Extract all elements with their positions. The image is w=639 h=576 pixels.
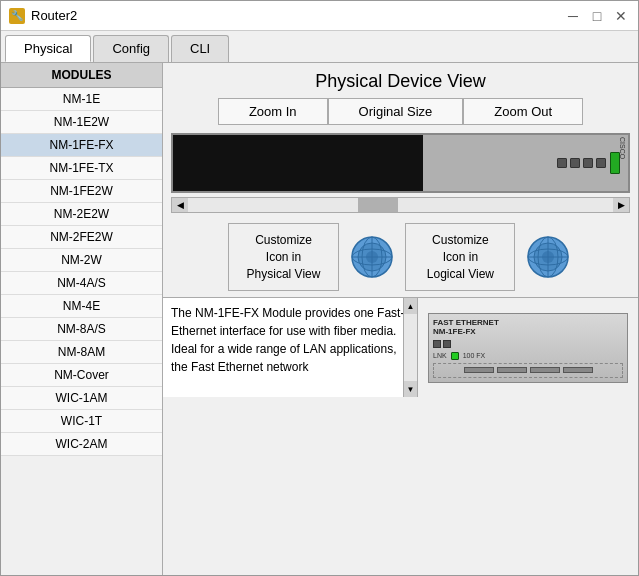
device-port bbox=[583, 158, 593, 168]
list-item[interactable]: NM-1E2W bbox=[1, 111, 162, 134]
list-item[interactable]: WIC-2AM bbox=[1, 433, 162, 456]
module-label: FAST ETHERNETNM-1FE-FX bbox=[433, 318, 623, 336]
list-item[interactable]: NM-4A/S bbox=[1, 272, 162, 295]
list-item[interactable]: NM-1FE-TX bbox=[1, 157, 162, 180]
tab-config[interactable]: Config bbox=[93, 35, 169, 62]
list-item[interactable]: WIC-1AM bbox=[1, 387, 162, 410]
desc-scroll-down[interactable]: ▼ bbox=[404, 381, 417, 397]
module-list[interactable]: NM-1E NM-1E2W NM-1FE-FX NM-1FE-TX NM-1FE… bbox=[1, 88, 162, 575]
title-bar-left: 🔧 Router2 bbox=[9, 8, 77, 24]
bottom-section: The NM-1FE-FX Module provides one Fast-E… bbox=[163, 297, 638, 397]
list-item[interactable]: NM-1FE-FX bbox=[1, 134, 162, 157]
sidebar-header: MODULES bbox=[1, 63, 162, 88]
scroll-thumb[interactable] bbox=[358, 198, 398, 212]
device-view-title: Physical Device View bbox=[163, 63, 638, 98]
scroll-left-button[interactable]: ◀ bbox=[172, 198, 188, 212]
module-preview: FAST ETHERNETNM-1FE-FX LNK 100 FX bbox=[418, 298, 638, 397]
module-image-inner: FAST ETHERNETNM-1FE-FX LNK 100 FX bbox=[429, 314, 627, 382]
list-item[interactable]: NM-8A/S bbox=[1, 318, 162, 341]
zoom-in-button[interactable]: Zoom In bbox=[218, 98, 328, 125]
port-group bbox=[557, 158, 606, 168]
customize-logical-button[interactable]: CustomizeIcon inLogical View bbox=[405, 223, 515, 291]
scroll-track[interactable] bbox=[188, 198, 613, 212]
window-title: Router2 bbox=[31, 8, 77, 23]
zoom-buttons: Zoom In Original Size Zoom Out bbox=[163, 98, 638, 125]
horizontal-scrollbar[interactable]: ◀ ▶ bbox=[171, 197, 630, 213]
description-text: The NM-1FE-FX Module provides one Fast-E… bbox=[171, 306, 404, 374]
list-item[interactable]: NM-4E bbox=[1, 295, 162, 318]
list-item[interactable]: NM-2W bbox=[1, 249, 162, 272]
action-buttons: CustomizeIcon inPhysical View CustomizeI… bbox=[163, 217, 638, 297]
list-item[interactable]: NM-Cover bbox=[1, 364, 162, 387]
description-scrollbar[interactable]: ▲ ▼ bbox=[403, 298, 417, 397]
module-image: FAST ETHERNETNM-1FE-FX LNK 100 FX bbox=[428, 313, 628, 383]
original-size-button[interactable]: Original Size bbox=[328, 98, 464, 125]
desc-scroll-track bbox=[404, 314, 417, 381]
list-item[interactable]: NM-2E2W bbox=[1, 203, 162, 226]
tab-cli[interactable]: CLI bbox=[171, 35, 229, 62]
device-black-section bbox=[173, 135, 423, 191]
list-item[interactable]: WIC-1T bbox=[1, 410, 162, 433]
scroll-right-button[interactable]: ▶ bbox=[613, 198, 629, 212]
desc-scroll-up[interactable]: ▲ bbox=[404, 298, 417, 314]
window-controls: ─ □ ✕ bbox=[564, 7, 630, 25]
tab-bar: Physical Config CLI bbox=[1, 31, 638, 63]
close-button[interactable]: ✕ bbox=[612, 7, 630, 25]
right-panel: Physical Device View Zoom In Original Si… bbox=[163, 63, 638, 575]
router-icon-logical bbox=[523, 232, 573, 282]
list-item[interactable]: NM-8AM bbox=[1, 341, 162, 364]
device-series-label: CISCO bbox=[619, 137, 626, 159]
main-content: MODULES NM-1E NM-1E2W NM-1FE-FX NM-1FE-T… bbox=[1, 63, 638, 575]
device-port bbox=[570, 158, 580, 168]
customize-physical-button[interactable]: CustomizeIcon inPhysical View bbox=[228, 223, 340, 291]
device-display: CISCO bbox=[171, 133, 630, 193]
module-ports-row bbox=[433, 340, 623, 348]
device-gray-section: CISCO bbox=[423, 135, 628, 191]
maximize-button[interactable]: □ bbox=[588, 7, 606, 25]
device-port bbox=[596, 158, 606, 168]
list-item[interactable]: NM-2FE2W bbox=[1, 226, 162, 249]
module-dashed-area bbox=[433, 363, 623, 378]
title-bar: 🔧 Router2 ─ □ ✕ bbox=[1, 1, 638, 31]
list-item[interactable]: NM-1FE2W bbox=[1, 180, 162, 203]
minimize-button[interactable]: ─ bbox=[564, 7, 582, 25]
router-icon-physical bbox=[347, 232, 397, 282]
module-port bbox=[443, 340, 451, 348]
main-window: 🔧 Router2 ─ □ ✕ Physical Config CLI MODU… bbox=[0, 0, 639, 576]
module-led bbox=[451, 352, 459, 360]
description-panel: The NM-1FE-FX Module provides one Fast-E… bbox=[163, 298, 418, 397]
list-item[interactable]: NM-1E bbox=[1, 88, 162, 111]
tab-physical[interactable]: Physical bbox=[5, 35, 91, 62]
sidebar: MODULES NM-1E NM-1E2W NM-1FE-FX NM-1FE-T… bbox=[1, 63, 163, 575]
device-port bbox=[557, 158, 567, 168]
zoom-out-button[interactable]: Zoom Out bbox=[463, 98, 583, 125]
app-icon: 🔧 bbox=[9, 8, 25, 24]
module-port bbox=[433, 340, 441, 348]
